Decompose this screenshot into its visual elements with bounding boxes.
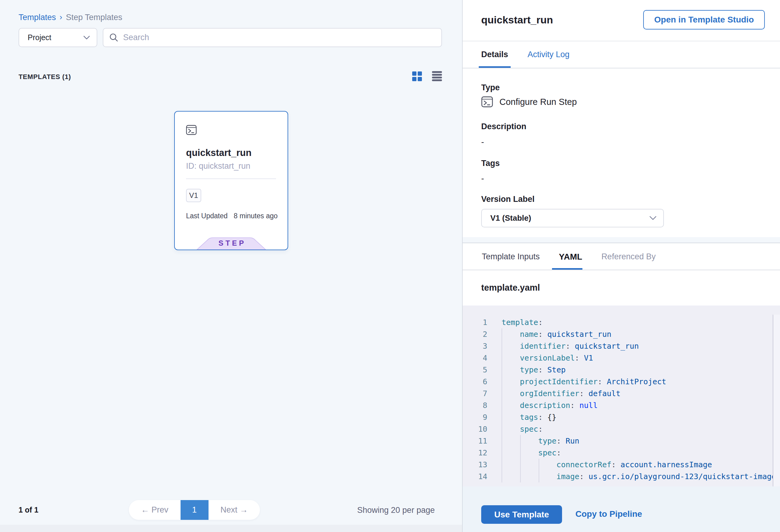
- yaml-section-tabs: Template Inputs YAML Referenced By: [462, 244, 780, 270]
- yaml-line: 4 versionLabel: V1: [462, 352, 780, 364]
- type-row: Configure Run Step: [481, 96, 577, 107]
- tags-value: -: [481, 174, 484, 183]
- open-in-template-studio-button[interactable]: Open in Template Studio: [643, 10, 765, 30]
- tab-yaml[interactable]: YAML: [559, 252, 582, 262]
- step-type-badge-label: STEP: [196, 239, 266, 247]
- indent-guide: [501, 328, 502, 482]
- template-card[interactable]: quickstart_run ID: quickstart_run V1 Las…: [174, 111, 288, 250]
- tab-template-inputs[interactable]: Template Inputs: [482, 252, 540, 261]
- detail-header: quickstart_run Open in Template Studio: [462, 0, 780, 41]
- arrow-left-icon: ←: [141, 505, 149, 514]
- yaml-line: 9 tags: {}: [462, 411, 780, 423]
- last-updated-value: 8 minutes ago: [234, 212, 278, 220]
- chevron-down-icon: [649, 216, 656, 221]
- copy-to-pipeline-link[interactable]: Copy to Pipeline: [575, 509, 642, 519]
- yaml-line: 12 spec:: [462, 447, 780, 459]
- yaml-code-lines: 1template:2 name: quickstart_run3 identi…: [462, 317, 780, 482]
- last-updated-row: Last Updated 8 minutes ago: [186, 212, 278, 220]
- template-card-title: quickstart_run: [186, 147, 251, 158]
- search-box: [103, 28, 442, 47]
- yaml-line: 5 type: Step: [462, 364, 780, 376]
- use-template-button[interactable]: Use Template: [481, 505, 562, 524]
- yaml-line: 10 spec:: [462, 423, 780, 435]
- breadcrumb: Templates › Step Templates: [18, 13, 122, 22]
- page-summary: 1 of 1: [18, 505, 38, 514]
- breadcrumb-current: Step Templates: [66, 13, 123, 22]
- grid-view-icon[interactable]: [412, 71, 422, 81]
- view-toggles: [412, 71, 442, 81]
- section-divider-band: [462, 237, 780, 243]
- templates-count-label: TEMPLATES (1): [18, 73, 71, 81]
- type-value: Configure Run Step: [499, 97, 577, 107]
- yaml-line: 14 image: us.gcr.io/playground-123/quick…: [462, 471, 780, 482]
- list-view-icon[interactable]: [432, 71, 442, 81]
- prev-page-button[interactable]: ← Prev: [129, 505, 181, 515]
- yaml-line: 3 identifier: quickstart_run: [462, 340, 780, 352]
- detail-tabs: Details Activity Log: [462, 41, 780, 68]
- indent-guide: [539, 459, 539, 482]
- tab-activity-log[interactable]: Activity Log: [528, 50, 570, 59]
- yaml-line: 8 description: null: [462, 399, 780, 411]
- yaml-line: 6 projectIdentifier: ArchitProject: [462, 376, 780, 388]
- pagination: ← Prev 1 Next →: [129, 500, 260, 520]
- next-page-button[interactable]: Next →: [208, 505, 260, 515]
- arrow-right-icon: →: [240, 505, 248, 514]
- yaml-line: 11 type: Run: [462, 435, 780, 447]
- page-size-label: Showing 20 per page: [357, 505, 435, 515]
- template-detail-panel: quickstart_run Open in Template Studio D…: [462, 0, 780, 532]
- yaml-line: 1template:: [462, 317, 780, 328]
- version-select[interactable]: V1 (Stable): [481, 209, 664, 227]
- last-updated-label: Last Updated: [186, 212, 228, 220]
- yaml-line: 7 orgIdentifier: default: [462, 388, 780, 399]
- tab-referenced-by[interactable]: Referenced By: [601, 252, 656, 261]
- search-icon: [109, 33, 118, 42]
- yaml-file-name: template.yaml: [481, 283, 540, 293]
- description-value: -: [481, 137, 484, 147]
- breadcrumb-chevron-icon: ›: [60, 12, 62, 22]
- detail-title: quickstart_run: [481, 14, 553, 26]
- version-badge: V1: [186, 189, 201, 202]
- run-step-terminal-icon: [481, 96, 493, 107]
- step-type-badge: STEP: [196, 237, 266, 250]
- yaml-line: 13 connectorRef: account.harnessImage: [462, 459, 780, 471]
- footer-strip: [0, 525, 462, 532]
- active-subtab-underline: [552, 268, 582, 270]
- card-divider: [186, 179, 276, 179]
- type-label: Type: [481, 83, 500, 92]
- scope-filter-select[interactable]: Project: [18, 28, 97, 47]
- tags-label: Tags: [481, 159, 500, 168]
- yaml-line: 2 name: quickstart_run: [462, 328, 780, 340]
- search-input[interactable]: [123, 33, 435, 42]
- editor-scrollbar[interactable]: [773, 315, 780, 486]
- scope-filter-value: Project: [28, 33, 83, 42]
- breadcrumb-templates-link[interactable]: Templates: [18, 13, 56, 22]
- detail-footer: Use Template Copy to Pipeline: [462, 486, 780, 532]
- current-page-button[interactable]: 1: [181, 500, 208, 520]
- indent-guide: [520, 435, 521, 482]
- tab-details[interactable]: Details: [481, 50, 508, 59]
- description-label: Description: [481, 122, 527, 131]
- template-card-id: ID: quickstart_run: [186, 161, 250, 171]
- version-select-value: V1 (Stable): [490, 213, 649, 223]
- run-step-terminal-icon: [186, 125, 197, 135]
- templates-list-panel: Templates › Step Templates Project TEMPL…: [0, 0, 462, 532]
- templates-page: Templates › Step Templates Project TEMPL…: [0, 0, 780, 532]
- yaml-editor[interactable]: 1template:2 name: quickstart_run3 identi…: [462, 305, 780, 486]
- chevron-down-icon: [83, 36, 90, 40]
- active-tab-underline: [479, 66, 511, 68]
- version-label: Version Label: [481, 195, 535, 204]
